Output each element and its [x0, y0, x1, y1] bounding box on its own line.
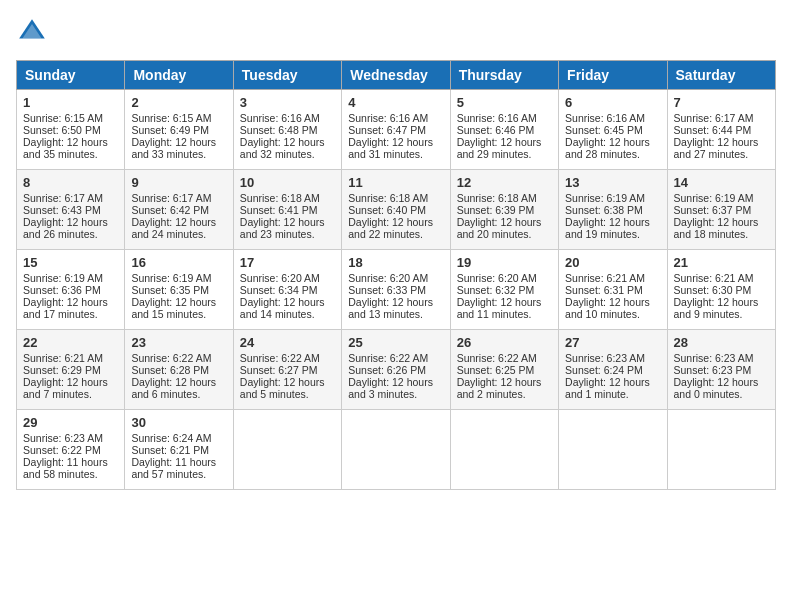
day-info: Sunrise: 6:19 AM	[565, 192, 660, 204]
day-info: Daylight: 12 hours	[565, 136, 660, 148]
day-info: and 35 minutes.	[23, 148, 118, 160]
day-info: and 10 minutes.	[565, 308, 660, 320]
day-info: Sunset: 6:39 PM	[457, 204, 552, 216]
day-info: Sunrise: 6:16 AM	[348, 112, 443, 124]
day-number: 11	[348, 175, 443, 190]
calendar-week-2: 8Sunrise: 6:17 AMSunset: 6:43 PMDaylight…	[17, 170, 776, 250]
day-info: Sunrise: 6:19 AM	[674, 192, 769, 204]
day-info: Sunset: 6:24 PM	[565, 364, 660, 376]
day-info: Sunrise: 6:15 AM	[23, 112, 118, 124]
day-number: 27	[565, 335, 660, 350]
day-info: Sunset: 6:42 PM	[131, 204, 226, 216]
calendar-cell: 29Sunrise: 6:23 AMSunset: 6:22 PMDayligh…	[17, 410, 125, 490]
calendar-week-1: 1Sunrise: 6:15 AMSunset: 6:50 PMDaylight…	[17, 90, 776, 170]
day-info: Sunset: 6:26 PM	[348, 364, 443, 376]
weekday-sunday: Sunday	[17, 61, 125, 90]
day-info: Daylight: 12 hours	[23, 376, 118, 388]
day-number: 19	[457, 255, 552, 270]
calendar-body: 1Sunrise: 6:15 AMSunset: 6:50 PMDaylight…	[17, 90, 776, 490]
day-info: Sunset: 6:38 PM	[565, 204, 660, 216]
day-info: and 58 minutes.	[23, 468, 118, 480]
day-info: and 2 minutes.	[457, 388, 552, 400]
day-info: Daylight: 12 hours	[674, 376, 769, 388]
day-info: and 29 minutes.	[457, 148, 552, 160]
calendar-cell: 4Sunrise: 6:16 AMSunset: 6:47 PMDaylight…	[342, 90, 450, 170]
day-number: 23	[131, 335, 226, 350]
calendar-week-4: 22Sunrise: 6:21 AMSunset: 6:29 PMDayligh…	[17, 330, 776, 410]
calendar-cell: 14Sunrise: 6:19 AMSunset: 6:37 PMDayligh…	[667, 170, 775, 250]
calendar-cell: 24Sunrise: 6:22 AMSunset: 6:27 PMDayligh…	[233, 330, 341, 410]
day-info: Sunrise: 6:17 AM	[131, 192, 226, 204]
calendar-cell: 16Sunrise: 6:19 AMSunset: 6:35 PMDayligh…	[125, 250, 233, 330]
day-number: 30	[131, 415, 226, 430]
day-info: Daylight: 12 hours	[457, 376, 552, 388]
day-number: 24	[240, 335, 335, 350]
day-info: and 6 minutes.	[131, 388, 226, 400]
day-info: Sunrise: 6:23 AM	[565, 352, 660, 364]
day-info: Sunset: 6:22 PM	[23, 444, 118, 456]
calendar-week-3: 15Sunrise: 6:19 AMSunset: 6:36 PMDayligh…	[17, 250, 776, 330]
day-info: Daylight: 12 hours	[674, 136, 769, 148]
day-number: 25	[348, 335, 443, 350]
day-info: Daylight: 12 hours	[131, 296, 226, 308]
day-number: 8	[23, 175, 118, 190]
day-info: Sunset: 6:46 PM	[457, 124, 552, 136]
day-info: Daylight: 12 hours	[457, 296, 552, 308]
day-info: Sunset: 6:49 PM	[131, 124, 226, 136]
day-number: 9	[131, 175, 226, 190]
day-info: Daylight: 12 hours	[23, 216, 118, 228]
calendar-cell: 12Sunrise: 6:18 AMSunset: 6:39 PMDayligh…	[450, 170, 558, 250]
day-info: Daylight: 12 hours	[348, 296, 443, 308]
day-number: 13	[565, 175, 660, 190]
day-info: Sunrise: 6:20 AM	[348, 272, 443, 284]
calendar-cell: 18Sunrise: 6:20 AMSunset: 6:33 PMDayligh…	[342, 250, 450, 330]
calendar-cell: 15Sunrise: 6:19 AMSunset: 6:36 PMDayligh…	[17, 250, 125, 330]
day-info: and 19 minutes.	[565, 228, 660, 240]
day-info: Sunset: 6:45 PM	[565, 124, 660, 136]
calendar-cell: 22Sunrise: 6:21 AMSunset: 6:29 PMDayligh…	[17, 330, 125, 410]
weekday-wednesday: Wednesday	[342, 61, 450, 90]
day-info: Sunrise: 6:23 AM	[23, 432, 118, 444]
weekday-tuesday: Tuesday	[233, 61, 341, 90]
day-info: Daylight: 11 hours	[23, 456, 118, 468]
day-info: Daylight: 12 hours	[565, 376, 660, 388]
calendar: SundayMondayTuesdayWednesdayThursdayFrid…	[16, 60, 776, 490]
day-info: and 18 minutes.	[674, 228, 769, 240]
day-info: Sunrise: 6:18 AM	[457, 192, 552, 204]
day-info: Sunset: 6:47 PM	[348, 124, 443, 136]
page-header	[16, 16, 776, 48]
day-info: Sunset: 6:40 PM	[348, 204, 443, 216]
day-info: Sunrise: 6:18 AM	[348, 192, 443, 204]
day-info: and 11 minutes.	[457, 308, 552, 320]
calendar-week-5: 29Sunrise: 6:23 AMSunset: 6:22 PMDayligh…	[17, 410, 776, 490]
day-info: Sunset: 6:27 PM	[240, 364, 335, 376]
weekday-monday: Monday	[125, 61, 233, 90]
calendar-cell: 23Sunrise: 6:22 AMSunset: 6:28 PMDayligh…	[125, 330, 233, 410]
day-info: Daylight: 12 hours	[240, 136, 335, 148]
day-info: and 22 minutes.	[348, 228, 443, 240]
day-info: Daylight: 12 hours	[131, 216, 226, 228]
day-info: Daylight: 12 hours	[457, 216, 552, 228]
day-info: Daylight: 11 hours	[131, 456, 226, 468]
day-info: Daylight: 12 hours	[240, 296, 335, 308]
day-info: Daylight: 12 hours	[240, 376, 335, 388]
day-info: Sunrise: 6:21 AM	[674, 272, 769, 284]
day-number: 26	[457, 335, 552, 350]
day-info: Sunrise: 6:20 AM	[240, 272, 335, 284]
calendar-cell: 7Sunrise: 6:17 AMSunset: 6:44 PMDaylight…	[667, 90, 775, 170]
day-number: 6	[565, 95, 660, 110]
day-info: Daylight: 12 hours	[23, 296, 118, 308]
day-number: 29	[23, 415, 118, 430]
day-info: and 26 minutes.	[23, 228, 118, 240]
day-info: Daylight: 12 hours	[23, 136, 118, 148]
weekday-header-row: SundayMondayTuesdayWednesdayThursdayFrid…	[17, 61, 776, 90]
day-info: Sunset: 6:30 PM	[674, 284, 769, 296]
day-info: and 24 minutes.	[131, 228, 226, 240]
day-info: Sunset: 6:35 PM	[131, 284, 226, 296]
day-info: and 13 minutes.	[348, 308, 443, 320]
day-info: Sunset: 6:28 PM	[131, 364, 226, 376]
day-info: and 23 minutes.	[240, 228, 335, 240]
day-number: 3	[240, 95, 335, 110]
day-info: and 0 minutes.	[674, 388, 769, 400]
calendar-cell	[233, 410, 341, 490]
